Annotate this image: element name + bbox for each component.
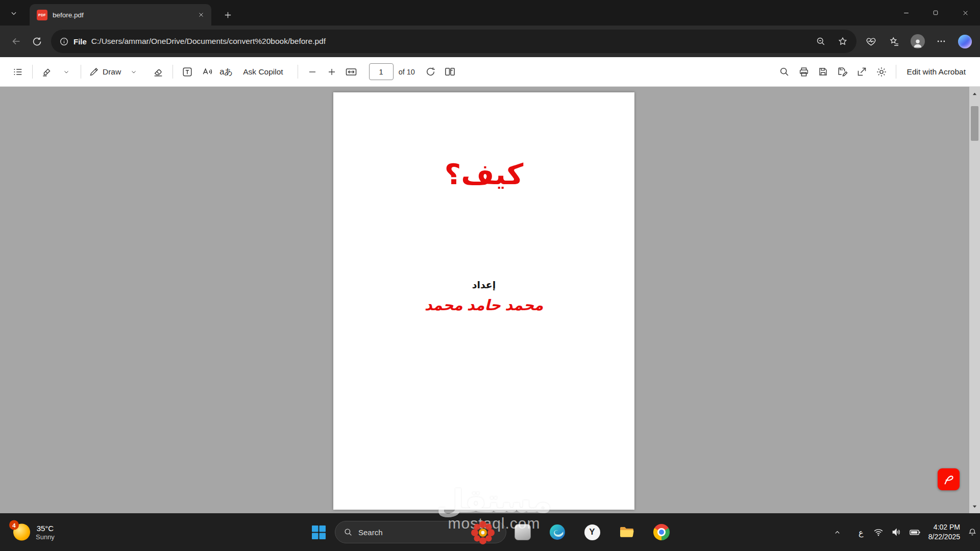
favorites-icon [889, 36, 900, 47]
browser-essentials-button[interactable] [861, 30, 881, 53]
settings-menu-button[interactable] [931, 30, 951, 53]
copilot-icon [958, 35, 972, 48]
read-aloud-button[interactable] [197, 62, 216, 82]
eraser-icon [153, 66, 164, 78]
draw-dropdown[interactable] [124, 62, 143, 82]
fullscreen-button[interactable] [852, 62, 872, 82]
weather-condition: Sunny [36, 533, 55, 541]
address-url[interactable]: C:/Users/ammar/OneDrive/Documents/conver… [91, 37, 807, 46]
wifi-icon[interactable] [873, 527, 884, 537]
notification-bell-icon[interactable] [968, 528, 977, 537]
scrollbar-thumb[interactable] [971, 106, 978, 141]
info-icon[interactable] [59, 37, 69, 46]
chrome-button[interactable] [653, 524, 670, 540]
print-icon [798, 66, 810, 78]
clock[interactable]: 4:02 PM 8/22/2025 [928, 522, 960, 542]
plus-icon [327, 67, 336, 77]
tab-strip: PDF before.pdf [0, 0, 980, 26]
erase-button[interactable] [149, 62, 168, 82]
taskbar-search-label: Search [358, 528, 383, 537]
translate-button[interactable]: aあ [216, 62, 236, 82]
edge-icon [549, 524, 566, 540]
profile-avatar[interactable] [908, 30, 928, 53]
weather-widget[interactable]: 4 35°C Sunny [9, 522, 59, 543]
page-number-input[interactable] [369, 63, 394, 80]
ask-copilot-button[interactable]: Ask Copilot [240, 62, 286, 82]
close-window-button[interactable] [950, 0, 980, 26]
fit-to-width-button[interactable] [341, 62, 361, 82]
edge-taskbar-button[interactable] [549, 524, 566, 540]
refresh-icon [32, 36, 42, 47]
favorite-star-icon[interactable] [834, 33, 851, 50]
tab-title: before.pdf [53, 11, 195, 19]
weather-temperature: 35°C [36, 524, 55, 533]
address-bar[interactable]: File C:/Users/ammar/OneDrive/Documents/c… [51, 30, 856, 53]
refresh-button[interactable] [27, 30, 47, 53]
zoom-out-button[interactable] [303, 62, 322, 82]
scroll-down-icon[interactable] [969, 500, 980, 512]
rotate-icon [425, 66, 436, 77]
page-view-button[interactable] [440, 62, 460, 82]
rotate-button[interactable] [421, 62, 440, 82]
print-button[interactable] [794, 62, 814, 82]
tab-search-chevron-icon[interactable] [7, 7, 20, 19]
favorites-button[interactable] [884, 30, 904, 53]
volume-icon[interactable] [891, 527, 901, 537]
app-window-icon [514, 524, 531, 540]
highlight-button[interactable] [37, 62, 57, 82]
start-button[interactable] [310, 524, 327, 540]
pdf-viewport[interactable]: كيف؟ إعداد محمد حامد محمد [0, 87, 980, 513]
tray-time: 4:02 PM [928, 522, 960, 532]
acrobat-launch-button[interactable] [938, 468, 960, 490]
document-title: كيف؟ [333, 158, 634, 191]
save-button[interactable] [814, 62, 833, 82]
chevron-down-icon [131, 69, 137, 75]
add-text-icon [182, 66, 193, 78]
draw-button[interactable]: Draw [86, 62, 124, 82]
acrobat-icon [941, 472, 957, 487]
battery-icon[interactable] [909, 527, 921, 538]
zoom-indicator-icon[interactable] [812, 33, 829, 50]
scroll-up-icon[interactable] [969, 88, 980, 100]
sun-icon: 4 [13, 524, 30, 541]
language-indicator[interactable]: ع [856, 528, 866, 537]
tab-close-icon[interactable] [195, 9, 207, 21]
tray-chevron-up-icon[interactable] [834, 529, 841, 536]
browser-tab[interactable]: PDF before.pdf [30, 4, 211, 26]
y-app-button[interactable]: Y [584, 524, 600, 540]
file-explorer-button[interactable] [619, 524, 635, 540]
ellipsis-icon [936, 36, 946, 46]
table-of-contents-button[interactable] [8, 62, 28, 82]
tray-date: 8/22/2025 [928, 532, 960, 542]
highlight-dropdown[interactable] [57, 62, 76, 82]
document-author: محمد حامد محمد [333, 296, 634, 314]
maximize-button[interactable] [921, 0, 950, 26]
chrome-icon [653, 524, 670, 540]
copilot-button[interactable] [954, 30, 975, 53]
add-text-button[interactable] [178, 62, 197, 82]
draw-label: Draw [103, 67, 121, 77]
search-icon [779, 66, 790, 77]
ask-copilot-label: Ask Copilot [243, 67, 283, 77]
edit-with-acrobat-button[interactable]: Edit with Acrobat [901, 62, 972, 82]
save-as-button[interactable] [833, 62, 852, 82]
save-icon [818, 66, 828, 77]
pdf-toolbar: Draw aあ Ask Copilot of 10 [0, 57, 980, 87]
y-app-icon: Y [584, 524, 600, 540]
pdf-settings-button[interactable] [872, 62, 891, 82]
translate-icon: aあ [219, 66, 233, 78]
pdf-toolbar-right: Edit with Acrobat [775, 62, 972, 82]
taskbar-app-button[interactable] [514, 524, 531, 540]
widgets-badge: 4 [9, 520, 19, 530]
back-button[interactable] [6, 30, 27, 53]
taskbar: 4 35°C Sunny Search Y [0, 513, 980, 551]
scrollbar[interactable] [969, 87, 980, 513]
highlighter-icon [41, 66, 53, 78]
new-tab-button[interactable] [219, 7, 236, 23]
minimize-button[interactable] [891, 0, 921, 26]
taskbar-search[interactable]: Search [335, 521, 506, 543]
windows-icon [312, 525, 326, 539]
zoom-in-button[interactable] [322, 62, 341, 82]
browser-toolbar: File C:/Users/ammar/OneDrive/Documents/c… [0, 26, 980, 57]
find-button[interactable] [775, 62, 794, 82]
